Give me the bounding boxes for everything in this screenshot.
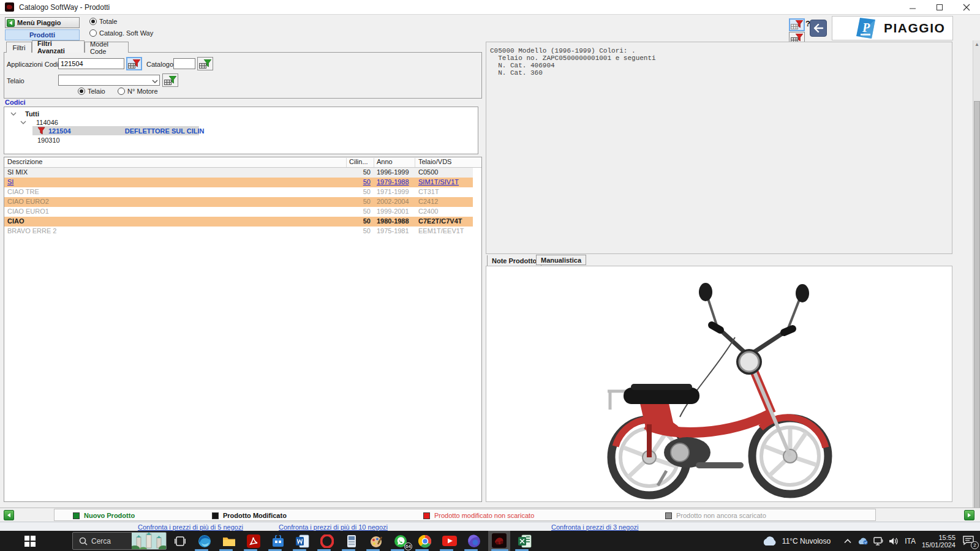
col-cilindrata[interactable]: Cilin... bbox=[349, 158, 368, 165]
task-view-button[interactable] bbox=[168, 531, 192, 551]
weather-cloud-icon bbox=[761, 536, 777, 546]
menu-piaggio-button[interactable]: Menù Piaggio bbox=[5, 17, 80, 28]
legend-prev-button[interactable] bbox=[4, 510, 14, 520]
task-view-icon bbox=[175, 536, 186, 546]
tree-node-114046[interactable]: 114046 bbox=[20, 118, 58, 127]
window-title: Catalogo SoftWay - Prodotti bbox=[19, 3, 110, 12]
moped-image bbox=[588, 270, 851, 502]
piaggio-shield-icon: P bbox=[856, 17, 876, 39]
table-row-selected[interactable]: SI 50 1979-1988 SIM1T/SIV1T bbox=[4, 178, 473, 187]
tab-model-code[interactable]: Model Code bbox=[85, 42, 129, 53]
microsoft-store-icon[interactable] bbox=[266, 531, 290, 551]
background-window-strip: Confronta i prezzi di più di 5 negozi Co… bbox=[0, 522, 980, 531]
title-bar: Catalogo SoftWay - Prodotti bbox=[0, 0, 980, 15]
product-image-panel bbox=[486, 266, 952, 502]
tree-node-190310[interactable]: 190310 bbox=[37, 135, 60, 144]
chevron-down-icon bbox=[20, 120, 26, 125]
note-line: Telaio no. ZAPC0500000001001 e seguenti bbox=[490, 54, 948, 62]
tab-filtri[interactable]: Filtri bbox=[6, 42, 32, 53]
youtube-icon[interactable] bbox=[438, 531, 461, 551]
legend-prodotto-modificato: Prodotto Modificato bbox=[212, 512, 287, 519]
compare-prices-link[interactable]: Confronta i prezzi di più di 5 negozi bbox=[138, 523, 243, 531]
table-row[interactable]: CIAO TRE 50 1971-1999 CT31T bbox=[4, 187, 473, 197]
tray-chevron-up-icon[interactable] bbox=[844, 539, 851, 544]
tree-node-121504[interactable]: 121504 DEFLETTORE SUL CILIN bbox=[37, 126, 204, 135]
col-anno[interactable]: Anno bbox=[377, 158, 393, 165]
keyboard-language[interactable]: ITA bbox=[905, 537, 916, 545]
col-descrizione[interactable]: Descrizione bbox=[7, 158, 42, 165]
active-app-tile[interactable] bbox=[488, 531, 510, 551]
gray-square-icon bbox=[665, 512, 672, 519]
tree-node-tutti[interactable]: Tutti bbox=[10, 109, 39, 118]
clock[interactable]: 15:55 15/01/2024 bbox=[922, 534, 956, 549]
telaio-filter-button[interactable] bbox=[162, 73, 178, 87]
tab-manualistica[interactable]: Manualistica bbox=[536, 255, 586, 265]
table-header: Descrizione Cilin... Anno Telaio/VDS bbox=[4, 157, 481, 168]
col-telaio[interactable]: Telaio/VDS bbox=[418, 158, 451, 165]
search-highlight-castle-icon bbox=[132, 532, 166, 550]
scroll-up-icon[interactable]: ▲ bbox=[974, 42, 979, 47]
radio-totale[interactable]: Totale bbox=[89, 18, 117, 25]
weather-text[interactable]: 11°C Nuvoloso bbox=[782, 537, 831, 545]
radio-motore-mode[interactable]: N° Motore bbox=[118, 88, 158, 95]
app-icon bbox=[5, 2, 14, 12]
radio-totale-circle bbox=[89, 18, 97, 25]
table-row[interactable]: CIAO EURO1 50 1999-2001 C2400 bbox=[4, 207, 473, 217]
scanner-icon[interactable] bbox=[340, 531, 363, 551]
radio-catalog-softway[interactable]: Catalog. Soft Way bbox=[89, 29, 153, 37]
edge-icon[interactable] bbox=[193, 531, 216, 551]
catalogo-filter-button[interactable] bbox=[197, 57, 213, 70]
compare-prices-link[interactable]: Confronta i prezzi di 3 negozi bbox=[551, 523, 638, 531]
filter-grid-button-top[interactable] bbox=[789, 18, 805, 31]
table-row[interactable]: SI MIX 50 1996-1999 C0500 bbox=[4, 168, 473, 178]
paint-icon[interactable] bbox=[364, 531, 388, 551]
excel-icon[interactable] bbox=[513, 531, 537, 551]
start-button[interactable] bbox=[18, 531, 42, 551]
vertical-scrollbar[interactable]: ▲ ▼ bbox=[973, 40, 980, 522]
system-tray: 11°C Nuvoloso ITA 15:55 15/01/2024 bbox=[761, 531, 980, 551]
applicazioni-codice-input[interactable] bbox=[58, 58, 124, 69]
close-button[interactable] bbox=[953, 0, 980, 15]
word-icon[interactable] bbox=[291, 531, 314, 551]
network-icon[interactable] bbox=[873, 537, 884, 545]
red-square-icon bbox=[423, 512, 430, 519]
action-center-button[interactable]: 2 bbox=[962, 531, 980, 551]
whatsapp-badge: 64 bbox=[404, 542, 412, 550]
whatsapp-icon[interactable]: 64 bbox=[389, 531, 412, 551]
prodotti-button[interactable]: Prodotti bbox=[5, 29, 80, 40]
applicazioni-filter-button[interactable] bbox=[126, 57, 142, 70]
piaggio-logo-box: P PIAGGIO bbox=[832, 16, 953, 40]
scrollbar-thumb[interactable] bbox=[974, 101, 980, 512]
radio-motore-circle bbox=[118, 88, 125, 95]
radio-telaio-mode[interactable]: Telaio bbox=[78, 88, 105, 95]
tab-filtri-avanzati[interactable]: Filtri Avanzati bbox=[32, 40, 85, 53]
applicazioni-codice-label: Applicazioni Codice bbox=[7, 61, 66, 68]
compare-prices-link[interactable]: Confronta i prezzi di più di 10 negozi bbox=[279, 523, 388, 531]
legend-next-button[interactable] bbox=[964, 510, 974, 520]
opera-icon[interactable] bbox=[315, 531, 339, 551]
table-row[interactable]: CIAO EURO2 50 2002-2004 C2412 bbox=[4, 197, 473, 207]
catalogo-input[interactable] bbox=[173, 58, 195, 69]
onedrive-icon[interactable] bbox=[858, 538, 869, 545]
table-row[interactable]: CIAO 50 1980-1988 C7E2T/C7V4T bbox=[4, 217, 473, 227]
acrobat-icon[interactable] bbox=[242, 531, 265, 551]
photos-icon[interactable] bbox=[462, 531, 486, 551]
chrome-icon[interactable] bbox=[413, 531, 437, 551]
codici-section-label: Codici bbox=[5, 99, 26, 106]
tab-note-prodotto[interactable]: Note Prodotto bbox=[487, 255, 541, 266]
telaio-dropdown[interactable] bbox=[58, 75, 160, 86]
taskbar-search[interactable]: Cerca bbox=[72, 532, 167, 550]
back-arrow-button[interactable] bbox=[810, 20, 827, 37]
maximize-button[interactable] bbox=[926, 0, 953, 15]
legend-nuovo-prodotto: Nuovo Prodotto bbox=[73, 512, 135, 519]
grid-red-funnel-icon bbox=[791, 20, 803, 29]
note-line: N. Cat. 360 bbox=[490, 69, 948, 77]
table-row[interactable]: BRAVO ERRE 2 50 1975-1981 EEM1T/EEV1T bbox=[4, 227, 473, 236]
catalogo-label: Catalogo bbox=[146, 61, 173, 68]
chevron-down-icon bbox=[10, 111, 17, 116]
minimize-button[interactable] bbox=[899, 0, 926, 15]
tray-time: 15:55 bbox=[922, 534, 956, 541]
volume-icon[interactable] bbox=[889, 537, 899, 545]
piaggio-brand-text: PIAGGIO bbox=[884, 21, 945, 36]
file-explorer-icon[interactable] bbox=[217, 531, 241, 551]
